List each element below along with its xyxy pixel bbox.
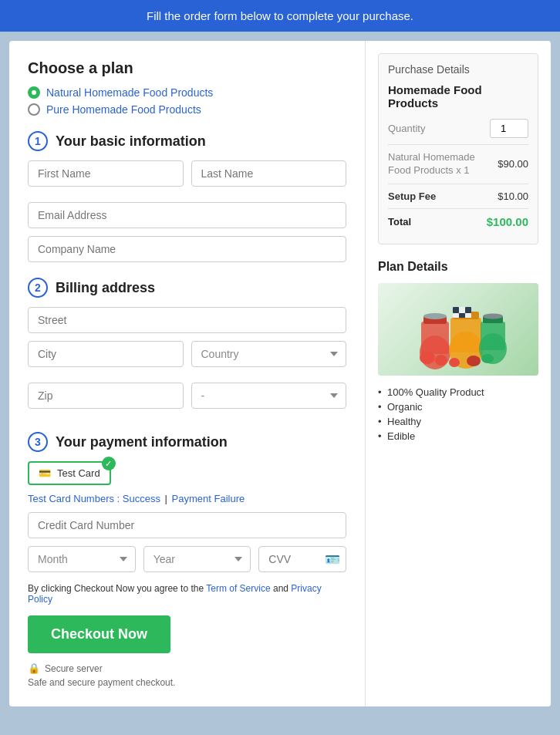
email-input[interactable] bbox=[28, 202, 346, 228]
svg-rect-12 bbox=[465, 313, 471, 318]
setup-fee-price: $10.00 bbox=[498, 190, 528, 202]
right-panel: Purchase Details Homemade Food Products … bbox=[366, 41, 551, 706]
lock-icon: 🔒 bbox=[28, 663, 40, 674]
main-container: Choose a plan Natural Homemade Food Prod… bbox=[9, 41, 551, 706]
test-card-label: Test Card bbox=[57, 467, 100, 479]
svg-point-16 bbox=[483, 313, 503, 319]
test-card-button[interactable]: 💳 Test Card ✓ bbox=[28, 461, 111, 485]
country-field: Country bbox=[191, 341, 347, 367]
radio-empty-icon bbox=[28, 103, 40, 116]
svg-point-20 bbox=[467, 356, 481, 366]
plan-option-pure-label: Pure Homemade Food Products bbox=[46, 103, 201, 116]
total-price: $100.00 bbox=[487, 215, 528, 228]
choose-plan-section: Choose a plan Natural Homemade Food Prod… bbox=[28, 59, 346, 116]
month-select[interactable]: Month bbox=[28, 546, 136, 572]
basic-info-header: 1 Your basic information bbox=[28, 131, 346, 151]
zip-state-row: - bbox=[28, 383, 346, 416]
first-name-field bbox=[28, 160, 184, 187]
checkmark-icon: ✓ bbox=[102, 457, 116, 470]
secure-label: Secure server bbox=[45, 663, 103, 674]
secure-info: 🔒 Secure server bbox=[28, 663, 346, 674]
svg-point-17 bbox=[420, 352, 435, 364]
plan-option-pure[interactable]: Pure Homemade Food Products bbox=[28, 103, 346, 116]
feature-item-3: Edible bbox=[378, 430, 538, 442]
step-2-number: 2 bbox=[28, 278, 48, 298]
step-3-number: 3 bbox=[28, 432, 48, 452]
product-price-row: Natural Homemade Food Products x 1 $90.0… bbox=[388, 151, 528, 177]
product-price: $90.00 bbox=[498, 158, 528, 170]
state-select[interactable]: - bbox=[191, 383, 347, 409]
city-field bbox=[28, 341, 184, 367]
svg-point-19 bbox=[449, 358, 460, 367]
divider-1 bbox=[388, 144, 528, 145]
year-select[interactable]: Year bbox=[143, 546, 251, 572]
setup-fee-row: Setup Fee $10.00 bbox=[388, 190, 528, 202]
credit-card-icon: 💳 bbox=[39, 467, 51, 479]
svg-rect-7 bbox=[453, 307, 459, 313]
street-field bbox=[28, 307, 346, 333]
payment-title: Your payment information bbox=[56, 434, 228, 450]
terms-link[interactable]: Term of Service bbox=[206, 583, 270, 594]
success-link[interactable]: Success bbox=[123, 493, 160, 504]
svg-rect-14 bbox=[481, 322, 505, 350]
divider-3 bbox=[388, 208, 528, 209]
last-name-input[interactable] bbox=[191, 160, 347, 187]
city-input[interactable] bbox=[28, 341, 184, 367]
basic-info-title: Your basic information bbox=[56, 133, 206, 150]
and-text: and bbox=[273, 583, 288, 594]
terms-pre-text: By clicking Checkout Now you agree to th… bbox=[28, 583, 204, 594]
country-select[interactable]: Country bbox=[191, 341, 347, 367]
svg-rect-10 bbox=[453, 313, 459, 318]
top-banner: Fill the order form below to complete yo… bbox=[0, 0, 560, 32]
quantity-label: Quantity bbox=[388, 123, 425, 134]
plan-option-natural[interactable]: Natural Homemade Food Products bbox=[28, 86, 346, 99]
expiry-cvv-row: Month Year 🪪 bbox=[28, 546, 346, 572]
plan-details-title: Plan Details bbox=[378, 260, 538, 274]
setup-fee-label: Setup Fee bbox=[388, 190, 436, 202]
plan-details-section: Plan Details bbox=[378, 260, 538, 442]
city-country-row: Country bbox=[28, 341, 346, 375]
plan-image bbox=[378, 283, 538, 376]
total-row: Total $100.00 bbox=[388, 215, 528, 228]
failure-link[interactable]: Payment Failure bbox=[172, 493, 245, 504]
state-field: - bbox=[191, 383, 347, 409]
email-field bbox=[28, 202, 346, 228]
feature-item-0: 100% Quality Product bbox=[378, 386, 538, 398]
feature-item-2: Healthy bbox=[378, 416, 538, 427]
last-name-field bbox=[191, 160, 347, 187]
company-input[interactable] bbox=[28, 236, 346, 262]
step-1-number: 1 bbox=[28, 131, 48, 151]
feature-item-1: Organic bbox=[378, 401, 538, 413]
svg-point-3 bbox=[423, 313, 447, 319]
radio-filled-icon bbox=[28, 86, 40, 99]
svg-point-21 bbox=[481, 354, 494, 363]
svg-rect-5 bbox=[450, 318, 481, 352]
first-name-input[interactable] bbox=[28, 160, 184, 187]
cvv-field: 🪪 bbox=[258, 546, 346, 572]
plan-option-natural-label: Natural Homemade Food Products bbox=[46, 86, 213, 99]
choose-plan-title: Choose a plan bbox=[28, 59, 346, 77]
zip-input[interactable] bbox=[28, 383, 184, 409]
separator: | bbox=[165, 493, 170, 504]
purchase-details-box: Purchase Details Homemade Food Products … bbox=[378, 53, 538, 244]
cvv-card-icon: 🪪 bbox=[325, 552, 340, 567]
svg-rect-9 bbox=[465, 307, 471, 313]
payment-header: 3 Your payment information bbox=[28, 432, 346, 452]
checkout-button[interactable]: Checkout Now bbox=[28, 615, 170, 653]
quantity-input[interactable] bbox=[490, 119, 528, 138]
purchase-details-title: Purchase Details bbox=[388, 63, 528, 76]
svg-point-18 bbox=[435, 355, 447, 366]
cc-number-input[interactable] bbox=[28, 512, 346, 538]
billing-title: Billing address bbox=[56, 280, 155, 296]
svg-rect-1 bbox=[421, 322, 449, 354]
divider-2 bbox=[388, 184, 528, 184]
company-field bbox=[28, 236, 346, 262]
test-card-numbers-label: Test Card Numbers : bbox=[28, 493, 120, 504]
name-row bbox=[28, 160, 346, 194]
cc-number-field bbox=[28, 512, 346, 538]
street-input[interactable] bbox=[28, 307, 346, 333]
page-wrapper: Fill the order form below to complete yo… bbox=[0, 0, 560, 735]
quantity-row: Quantity bbox=[388, 119, 528, 138]
zip-field bbox=[28, 383, 184, 409]
billing-header: 2 Billing address bbox=[28, 278, 346, 298]
